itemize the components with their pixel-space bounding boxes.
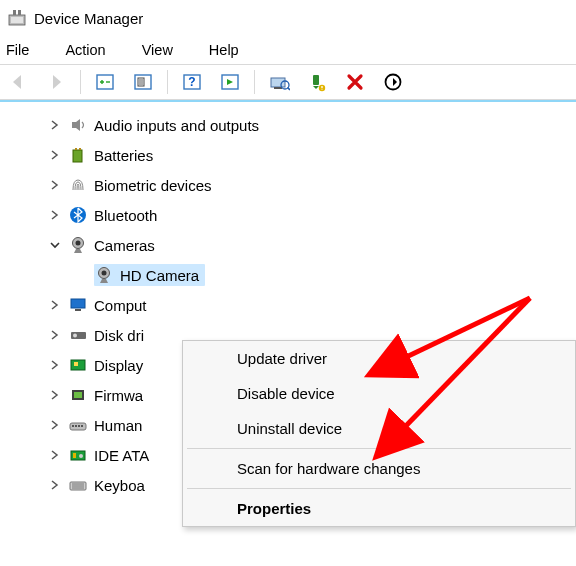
svg-rect-13 — [271, 78, 285, 87]
menu-help[interactable]: Help — [207, 39, 253, 61]
svg-rect-21 — [75, 148, 77, 150]
svg-rect-1 — [11, 17, 23, 23]
svg-rect-14 — [274, 87, 282, 89]
tree-label: Disk dri — [94, 327, 144, 344]
keyboard-icon — [68, 475, 88, 495]
svg-rect-29 — [75, 309, 81, 311]
svg-rect-35 — [74, 392, 82, 398]
battery-icon — [68, 145, 88, 165]
monitor-icon — [68, 295, 88, 315]
uninstall-device-button[interactable] — [303, 68, 331, 96]
chevron-right-icon[interactable] — [48, 390, 62, 400]
svg-rect-39 — [78, 425, 80, 427]
tree-label: Firmwa — [94, 387, 143, 404]
tree-item-biometric[interactable]: Biometric devices — [48, 170, 576, 200]
disk-drive-icon — [68, 325, 88, 345]
chevron-down-icon[interactable] — [48, 240, 62, 250]
ctx-disable-device[interactable]: Disable device — [183, 376, 575, 411]
tree-label: Human — [94, 417, 142, 434]
tree-item-batteries[interactable]: Batteries — [48, 140, 576, 170]
svg-rect-22 — [79, 148, 81, 150]
tree-label: Comput — [94, 297, 147, 314]
toolbar-separator — [80, 70, 81, 94]
svg-rect-37 — [72, 425, 74, 427]
menubar: File Action View Help — [0, 36, 576, 64]
svg-rect-4 — [97, 75, 113, 89]
svg-rect-28 — [71, 299, 85, 308]
tree-label: Bluetooth — [94, 207, 157, 224]
firmware-icon — [68, 385, 88, 405]
toolbar-separator — [254, 70, 255, 94]
hid-icon — [68, 415, 88, 435]
speaker-icon — [68, 115, 88, 135]
svg-rect-20 — [73, 150, 82, 162]
svg-rect-40 — [81, 425, 83, 427]
tree-label: HD Camera — [120, 267, 199, 284]
menu-file[interactable]: File — [4, 39, 43, 61]
update-driver-button[interactable] — [265, 68, 293, 96]
tree-label: Biometric devices — [94, 177, 212, 194]
tree-item-computers[interactable]: Comput — [48, 290, 576, 320]
tree-item-bluetooth[interactable]: Bluetooth — [48, 200, 576, 230]
chevron-right-icon[interactable] — [48, 480, 62, 490]
svg-point-31 — [73, 334, 77, 338]
chevron-right-icon[interactable] — [48, 330, 62, 340]
ctx-update-driver[interactable]: Update driver — [183, 341, 575, 376]
svg-rect-2 — [13, 10, 16, 15]
device-manager-icon — [8, 9, 26, 27]
svg-text:?: ? — [188, 75, 195, 89]
toolbar: ? — [0, 64, 576, 100]
camera-icon — [68, 235, 88, 255]
ctx-separator — [187, 488, 571, 489]
chevron-right-icon[interactable] — [48, 120, 62, 130]
svg-rect-42 — [73, 453, 76, 458]
ide-controller-icon — [68, 445, 88, 465]
show-hide-tree-button[interactable] — [91, 68, 119, 96]
tree-item-hd-camera[interactable]: HD Camera — [48, 260, 576, 290]
ctx-properties[interactable]: Properties — [183, 491, 575, 526]
back-button[interactable] — [4, 68, 32, 96]
svg-line-16 — [288, 88, 291, 91]
delete-button[interactable] — [341, 68, 369, 96]
tree-label: Keyboa — [94, 477, 145, 494]
titlebar: Device Manager — [0, 0, 576, 36]
tree-item-audio[interactable]: Audio inputs and outputs — [48, 110, 576, 140]
fingerprint-icon — [68, 175, 88, 195]
help-button[interactable]: ? — [178, 68, 206, 96]
chevron-right-icon[interactable] — [48, 450, 62, 460]
camera-icon — [94, 265, 114, 285]
gpu-icon — [68, 355, 88, 375]
svg-rect-3 — [18, 10, 21, 15]
svg-rect-17 — [313, 75, 319, 85]
chevron-right-icon[interactable] — [48, 420, 62, 430]
forward-button[interactable] — [42, 68, 70, 96]
chevron-right-icon[interactable] — [48, 150, 62, 160]
tree-label: Batteries — [94, 147, 153, 164]
svg-rect-33 — [74, 362, 78, 366]
ctx-uninstall-device[interactable]: Uninstall device — [183, 411, 575, 446]
svg-point-43 — [79, 454, 83, 458]
menu-action[interactable]: Action — [63, 39, 119, 61]
ctx-scan-hardware[interactable]: Scan for hardware changes — [183, 451, 575, 486]
chevron-right-icon[interactable] — [48, 210, 62, 220]
tree-label: Audio inputs and outputs — [94, 117, 259, 134]
ctx-separator — [187, 448, 571, 449]
scan-hardware-button[interactable] — [216, 68, 244, 96]
properties-button[interactable] — [129, 68, 157, 96]
tree-item-cameras[interactable]: Cameras — [48, 230, 576, 260]
svg-rect-38 — [75, 425, 77, 427]
svg-point-25 — [76, 241, 81, 246]
tree-label: IDE ATA — [94, 447, 149, 464]
window-title: Device Manager — [34, 10, 143, 27]
toolbar-separator — [167, 70, 168, 94]
chevron-right-icon[interactable] — [48, 180, 62, 190]
bluetooth-icon — [68, 205, 88, 225]
tree-label: Display — [94, 357, 143, 374]
menu-view[interactable]: View — [140, 39, 187, 61]
svg-point-27 — [102, 271, 107, 276]
chevron-right-icon[interactable] — [48, 300, 62, 310]
chevron-right-icon[interactable] — [48, 360, 62, 370]
disable-device-button[interactable] — [379, 68, 407, 96]
context-menu: Update driver Disable device Uninstall d… — [182, 340, 576, 527]
tree-label: Cameras — [94, 237, 155, 254]
